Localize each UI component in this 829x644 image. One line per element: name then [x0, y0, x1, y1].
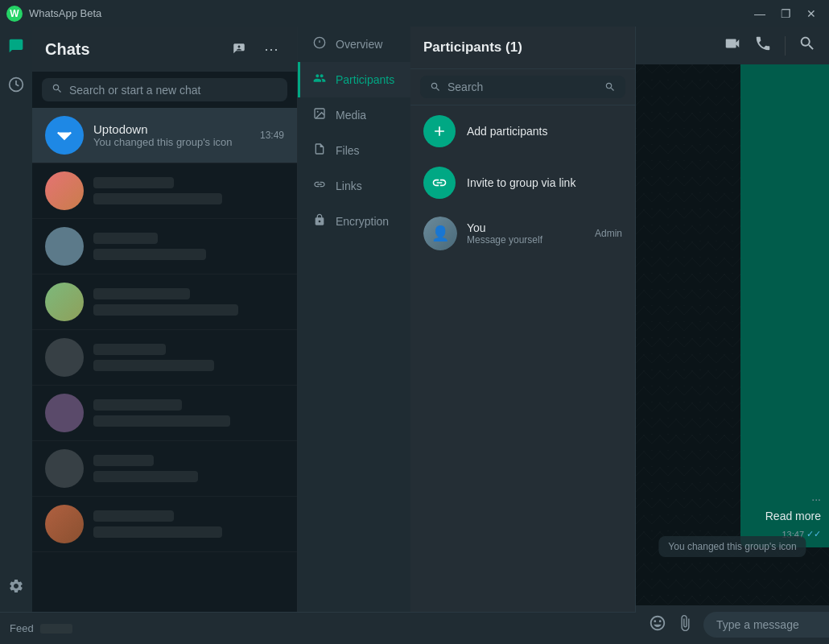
chat-background: ... Read more 13:47 ✓✓ You changed this …	[636, 64, 829, 605]
chat-item-blur-2[interactable]	[32, 219, 297, 275]
titlebar: W WhatsApp Beta — ❐ ✕	[0, 0, 829, 27]
titlebar-left: W WhatsApp Beta	[6, 6, 101, 22]
links-icon	[313, 178, 326, 194]
add-participants-icon	[423, 115, 456, 147]
chat-item-blur-1[interactable]	[32, 163, 297, 219]
info-menu-overview[interactable]: Overview	[298, 27, 410, 62]
add-participants-action[interactable]: Add participants	[410, 105, 635, 157]
info-menu-links[interactable]: Links	[298, 168, 410, 204]
info-menu-encryption[interactable]: Encryption	[298, 204, 410, 239]
chat-item-uptodown[interactable]: Uptodown You changed this group's icon 1…	[32, 108, 297, 163]
info-panel: Overview Participants Media Files Links	[298, 27, 410, 644]
main-content: 👤 Chats ⋯	[0, 27, 829, 644]
media-icon	[313, 107, 326, 123]
chat-info-blur-2	[93, 233, 284, 260]
new-chat-button[interactable]	[226, 36, 252, 62]
participants-search-box	[420, 76, 625, 98]
participant-you[interactable]: 👤 You Message yourself Admin	[410, 208, 635, 258]
search-input[interactable]	[69, 84, 278, 97]
avatar-blur-4	[45, 338, 84, 377]
participants-search-icon	[430, 81, 441, 93]
chat-info-blur-5	[93, 399, 284, 427]
participant-badge-you: Admin	[595, 228, 622, 239]
chat-list: Uptodown You changed this group's icon 1…	[32, 108, 297, 644]
message-input-area	[636, 605, 829, 644]
chat-name-uptodown: Uptodown	[93, 122, 250, 136]
invite-group-label: Invite to group via link	[467, 176, 575, 189]
participants-search-end-icon	[604, 81, 616, 93]
header-divider	[785, 36, 786, 56]
chats-header-icons: ⋯	[226, 36, 284, 62]
participants-search-input[interactable]	[447, 80, 598, 93]
emoji-button[interactable]	[649, 614, 666, 636]
participants-panel: Participants (1) Add participants Invite…	[410, 27, 636, 644]
info-menu-participants[interactable]: Participants	[298, 62, 410, 97]
message-bubble: ... Read more 13:47 ✓✓	[740, 64, 829, 547]
chat-area: ... Read more 13:47 ✓✓ You changed this …	[636, 27, 829, 644]
avatar-blur-3	[45, 283, 84, 321]
wa-logo: W	[6, 6, 23, 22]
invite-group-icon	[423, 167, 456, 199]
links-label: Links	[336, 180, 362, 192]
avatar-blur-5	[45, 394, 84, 432]
files-icon	[313, 142, 326, 159]
minimize-button[interactable]: —	[749, 5, 771, 23]
message-dots: ...	[811, 490, 821, 503]
invite-group-action[interactable]: Invite to group via link	[410, 157, 635, 208]
chat-meta-uptodown: 13:49	[260, 130, 284, 141]
participants-icon	[313, 72, 326, 88]
attach-button[interactable]	[676, 614, 694, 636]
chat-info-blur-1	[93, 177, 284, 204]
video-call-icon[interactable]	[724, 35, 741, 56]
titlebar-title: WhatsApp Beta	[29, 7, 101, 19]
titlebar-controls: — ❐ ✕	[749, 5, 823, 23]
feed-tab-label: Feed	[10, 622, 34, 634]
chat-info-blur-6	[93, 455, 284, 482]
system-message: You changed this group's icon	[658, 536, 806, 557]
participants-label: Participants	[336, 73, 394, 86]
chat-area-header	[636, 27, 829, 64]
files-label: Files	[336, 144, 360, 157]
participant-avatar-you: 👤	[423, 217, 457, 250]
chat-item-blur-3[interactable]	[32, 275, 297, 330]
avatar-blur-7	[45, 505, 84, 543]
encryption-label: Encryption	[336, 215, 389, 228]
chat-info-blur-4	[93, 344, 284, 371]
avatar-uptodown	[45, 116, 84, 155]
overview-label: Overview	[336, 38, 382, 51]
message-input[interactable]	[716, 618, 829, 631]
chat-item-blur-4[interactable]	[32, 330, 297, 386]
chats-panel: Chats ⋯	[32, 27, 298, 644]
maximize-button[interactable]: ❐	[774, 5, 797, 23]
chat-info-uptodown: Uptodown You changed this group's icon	[93, 122, 250, 148]
participant-info-you: You Message yourself	[467, 221, 585, 246]
info-menu-files[interactable]: Files	[298, 133, 410, 168]
sidebar-item-chats[interactable]	[3, 33, 29, 59]
close-button[interactable]: ✕	[800, 5, 823, 23]
encryption-icon	[313, 213, 326, 229]
media-label: Media	[336, 109, 366, 122]
avatar-blur-6	[45, 449, 84, 488]
overview-icon	[313, 36, 326, 52]
participant-name-you: You	[467, 221, 585, 234]
chats-title: Chats	[45, 40, 90, 59]
search-box	[42, 78, 287, 101]
more-options-button[interactable]: ⋯	[258, 36, 284, 62]
chat-search-icon[interactable]	[798, 35, 816, 56]
sidebar-item-status[interactable]	[3, 72, 29, 97]
info-menu-media[interactable]: Media	[298, 97, 410, 133]
add-participants-label: Add participants	[467, 125, 547, 138]
chat-item-blur-7[interactable]	[32, 497, 297, 552]
message-input-box	[703, 612, 829, 638]
sidebar-item-settings[interactable]	[3, 573, 29, 599]
chat-item-blur-5[interactable]	[32, 386, 297, 441]
chat-preview-uptodown: You changed this group's icon	[93, 136, 250, 148]
chats-header: Chats ⋯	[32, 27, 297, 72]
chat-info-blur-7	[93, 510, 284, 538]
participants-header: Participants (1)	[410, 27, 635, 69]
chat-info-blur-3	[93, 288, 284, 316]
voice-call-icon[interactable]	[754, 35, 772, 56]
chat-item-blur-6[interactable]	[32, 441, 297, 497]
svg-point-5	[317, 111, 319, 113]
read-more-label[interactable]: Read more	[765, 506, 821, 526]
